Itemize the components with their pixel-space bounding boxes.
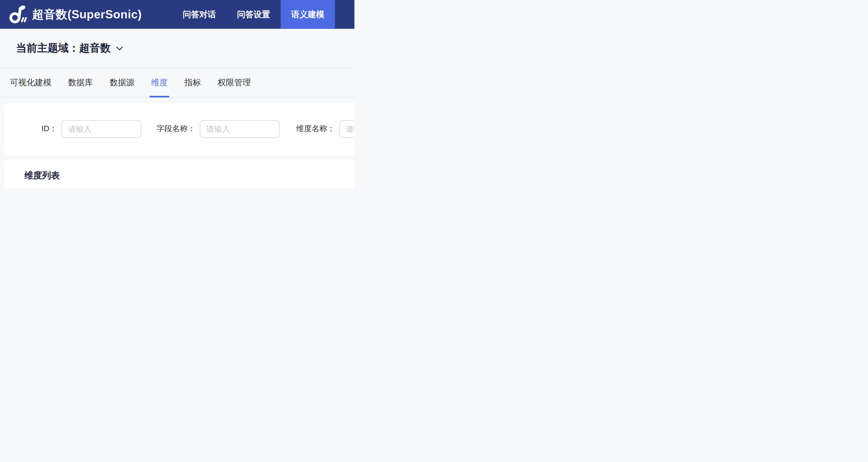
filter-group-id: ID：: [41, 120, 141, 138]
subheader: 当前主题域： 超音数: [0, 29, 354, 68]
dimension-filter-label: 维度名称：: [296, 124, 335, 134]
tab-metric[interactable]: 指标: [184, 68, 201, 97]
brand: 超音数(SuperSonic): [0, 4, 142, 25]
brand-title: 超音数(SuperSonic): [32, 6, 142, 22]
field-filter-input[interactable]: [200, 120, 280, 138]
id-filter-input[interactable]: [61, 120, 141, 138]
domain-selector[interactable]: 超音数: [79, 41, 123, 55]
main-nav: 问答对话 问答设置 语义建模: [172, 0, 335, 29]
app-root: 超音数(SuperSonic) 问答对话 问答设置 语义建模 admin 当前主…: [0, 0, 354, 189]
list-title: 维度列表: [24, 170, 60, 182]
tab-bar: 可视化建模 数据库 数据源 维度 指标 权限管理: [0, 68, 354, 97]
domain-value: 超音数: [79, 41, 111, 55]
dimension-list-panel: 维度列表 创建维度 ⚙ ID 维度名称 别名 字段名称 敏感度 数据源名称: [4, 159, 354, 189]
id-filter-label: ID：: [41, 124, 57, 134]
filter-group-field: 字段名称：: [157, 120, 280, 138]
nav-item-semantic-modeling[interactable]: 语义建模: [281, 0, 335, 29]
tab-visual-modeling[interactable]: 可视化建模: [10, 68, 52, 97]
nav-item-qa-settings[interactable]: 问答设置: [226, 0, 281, 29]
dimension-filter-input[interactable]: [339, 120, 354, 138]
domain-label: 当前主题域：: [16, 41, 79, 55]
nav-item-qa-chat[interactable]: 问答对话: [172, 0, 226, 29]
chevron-down-icon: [116, 46, 123, 51]
tab-datasource[interactable]: 数据源: [110, 68, 134, 97]
filter-panel: ID： 字段名称： 维度名称： 敏感度： 请选择: [4, 103, 354, 155]
tab-dimension[interactable]: 维度: [151, 68, 168, 97]
supersonic-logo-icon: [8, 4, 27, 25]
tab-permission[interactable]: 权限管理: [217, 68, 251, 97]
field-filter-label: 字段名称：: [157, 124, 195, 134]
tab-database[interactable]: 数据库: [68, 68, 93, 97]
top-navbar: 超音数(SuperSonic) 问答对话 问答设置 语义建模 admin: [0, 0, 354, 29]
filter-group-dimension: 维度名称：: [296, 120, 354, 138]
